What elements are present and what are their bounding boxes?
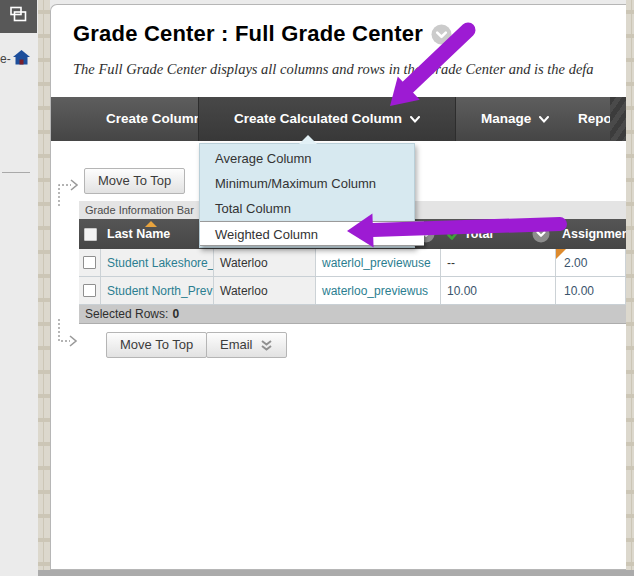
needs-grading-icon — [556, 249, 566, 259]
home-icon[interactable] — [13, 50, 30, 69]
green-check-icon — [447, 228, 460, 241]
student-last-name-link[interactable]: Student Lakeshore_ — [107, 256, 214, 270]
right-page-border — [626, 0, 634, 576]
blackboard-grade-center-window: e- Grade Center : Full Grade Center — [0, 0, 634, 576]
menu-item-average-column[interactable]: Average Column — [200, 146, 414, 171]
menu-notch — [299, 135, 317, 144]
action-bar: Create Column Create Calculated Column M… — [51, 97, 626, 141]
column-header-assignment[interactable]: Assignment — [556, 219, 626, 249]
move-to-top-button-bottom[interactable]: Move To Top — [106, 332, 207, 358]
double-chevron-down-icon — [260, 339, 273, 352]
assignment-grade-cell[interactable]: 10.00 — [564, 284, 594, 298]
chevron-down-icon — [539, 111, 549, 126]
column-header-last-name[interactable]: Last Name — [101, 219, 214, 249]
menu-item-total-column[interactable]: Total Column — [200, 196, 414, 221]
collapse-course-menu-button[interactable] — [0, 0, 37, 33]
manage-button[interactable]: Manage — [481, 97, 549, 141]
table-row: Student Lakeshore_ Waterloo waterlol_pre… — [79, 249, 626, 277]
title-context-menu-icon[interactable] — [431, 24, 452, 45]
total-grade-cell[interactable]: 10.00 — [447, 284, 477, 298]
action-bar-end-stripes — [610, 97, 626, 141]
create-column-button[interactable]: Create Column — [106, 97, 202, 141]
student-username-link[interactable]: waterlol_previewuse — [322, 256, 431, 270]
reorder-hint-arrow-icon — [55, 319, 83, 352]
page-title: Grade Center : Full Grade Center — [73, 21, 423, 47]
student-first-name: Waterloo — [220, 284, 268, 298]
sort-ascending-icon — [145, 221, 157, 227]
course-menu-sidebar: e- — [0, 0, 38, 576]
menu-resize-border[interactable] — [38, 0, 50, 576]
email-button[interactable]: Email — [206, 332, 287, 358]
page-description: The Full Grade Center displays all colum… — [73, 61, 626, 78]
column-menu-icon[interactable] — [532, 225, 550, 246]
chevron-down-icon — [410, 111, 420, 126]
student-first-name: Waterloo — [220, 256, 268, 270]
assignment-grade-cell[interactable]: 2.00 — [564, 256, 587, 270]
student-last-name-link[interactable]: Student North_Previ — [107, 284, 214, 298]
select-all-checkbox[interactable] — [79, 219, 101, 249]
create-calculated-column-menu: Average Column Minimum/Maximum Column To… — [199, 143, 415, 248]
menu-item-weighted-column[interactable]: Weighted Column — [200, 221, 424, 246]
column-header-total[interactable]: Total — [441, 219, 556, 249]
sidebar-divider — [2, 172, 30, 173]
selected-rows-status: Selected Rows:0 — [79, 305, 626, 324]
create-calculated-column-button[interactable]: Create Calculated Column — [198, 97, 456, 141]
menu-item-minimum-maximum-column[interactable]: Minimum/Maximum Column — [200, 171, 414, 196]
content-panel: Grade Center : Full Grade Center The Ful… — [50, 4, 626, 570]
table-row: Student North_Previ Waterloo waterloo_pr… — [79, 277, 626, 305]
bottom-scrollbar[interactable] — [38, 570, 634, 576]
truncated-breadcrumb-text: e- — [0, 52, 11, 66]
row-checkbox[interactable] — [79, 249, 101, 276]
move-to-top-button-top[interactable]: Move To Top — [84, 168, 185, 194]
selected-rows-count: 0 — [172, 307, 179, 321]
panel-layers-icon — [9, 6, 28, 27]
total-grade-cell[interactable]: -- — [447, 256, 455, 270]
student-username-link[interactable]: waterloo_previewus — [322, 284, 428, 298]
row-checkbox[interactable] — [79, 277, 101, 304]
